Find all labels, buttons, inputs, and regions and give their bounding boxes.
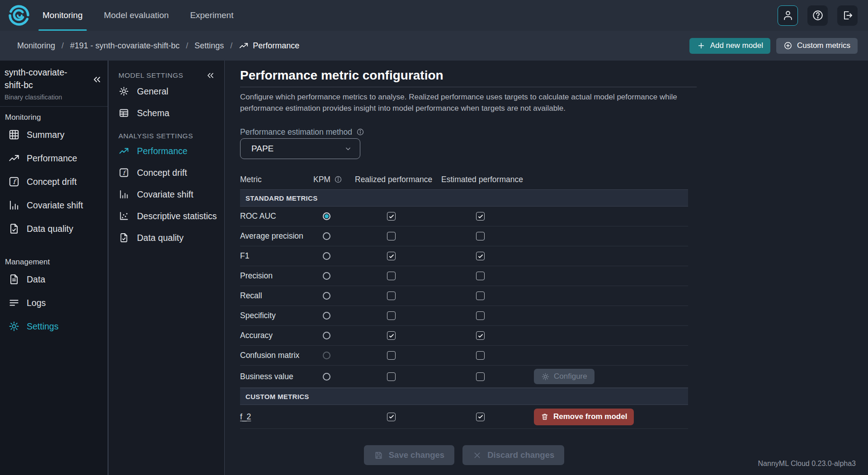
remove-from-model-button[interactable]: Remove from model [534, 409, 634, 425]
breadcrumb-item-settings[interactable]: Settings [194, 41, 224, 51]
realized-checkbox[interactable] [387, 372, 396, 381]
tab-monitoring[interactable]: Monitoring [42, 0, 83, 31]
metric-row-precision: Precision [240, 266, 688, 286]
metric-name: ROC AUC [240, 212, 276, 221]
tab-experiment[interactable]: Experiment [190, 0, 233, 31]
realized-checkbox[interactable] [387, 292, 396, 300]
metric-name: Precision [240, 271, 273, 281]
section-header-custom-metrics: CUSTOM METRICS [240, 388, 688, 405]
sidebar-item-logs[interactable]: Logs [0, 291, 108, 315]
realized-checkbox[interactable] [387, 252, 396, 260]
metric-row-f1: F1 [240, 246, 688, 266]
settings-item-covariate-shift[interactable]: Covariate shift [108, 183, 224, 205]
estimated-checkbox[interactable] [476, 351, 485, 360]
svg-text:f: f [123, 169, 127, 176]
check-icon [388, 333, 395, 339]
metric-name: Accuracy [240, 331, 273, 340]
metric-name[interactable]: f_2 [240, 412, 251, 422]
sidebar-item-data-quality[interactable]: Data quality [0, 217, 108, 240]
summary-icon [8, 129, 20, 141]
settings-sidebar: MODEL SETTINGSGeneralSchemaANALYSIS SETT… [108, 61, 225, 475]
doc-check-icon [8, 223, 20, 235]
gear-icon [118, 86, 129, 97]
sidebar-item-summary[interactable]: Summary [0, 123, 108, 146]
kpm-radio[interactable] [323, 312, 330, 320]
discard-changes-button[interactable]: Discard changes [462, 445, 564, 465]
model-block: synth-covariate-shift-bc Binary classifi… [0, 61, 108, 107]
chevrons-left-icon [91, 74, 102, 85]
info-icon[interactable] [334, 175, 342, 183]
sidebar-item-concept-drift[interactable]: fConcept drift [0, 170, 108, 193]
kpm-radio[interactable] [323, 212, 330, 220]
breadcrumb-item-191-synth-covariate-shift-bc[interactable]: #191 - synth-covariate-shift-bc [70, 41, 179, 51]
nannyml-logo-icon[interactable] [7, 4, 31, 27]
configure-button[interactable]: Configure [534, 369, 594, 384]
custom-metrics-button[interactable]: Custom metrics [776, 38, 858, 54]
kpm-radio[interactable] [323, 272, 330, 280]
settings-item-data-quality[interactable]: Data quality [108, 227, 224, 249]
page-title: Performance metric configuration [240, 69, 868, 82]
settings-item-concept-drift[interactable]: fConcept drift [108, 162, 224, 183]
kpm-radio[interactable] [323, 332, 330, 339]
realized-checkbox[interactable] [387, 272, 396, 280]
bars-icon [118, 189, 129, 200]
logout-button[interactable] [837, 5, 858, 26]
model-sidebar-nav: MonitoringSummaryPerformancefConcept dri… [0, 113, 108, 338]
estimated-checkbox[interactable] [476, 232, 485, 240]
estimated-checkbox[interactable] [476, 413, 485, 421]
topbar-actions [778, 5, 858, 26]
estimated-checkbox[interactable] [476, 311, 485, 320]
metric-name: Recall [240, 291, 262, 301]
column-header-kpm: KPM [313, 175, 355, 184]
help-button[interactable] [807, 5, 828, 26]
kpm-radio[interactable] [323, 232, 330, 240]
settings-item-general[interactable]: General [108, 80, 224, 102]
kpm-radio[interactable] [323, 252, 330, 260]
sidebar-item-covariate-shift[interactable]: Covariate shift [0, 193, 108, 217]
estimated-checkbox[interactable] [476, 272, 485, 280]
estimation-method-select[interactable]: PAPE [240, 138, 360, 159]
trend-icon [8, 152, 20, 164]
kpm-radio[interactable] [323, 373, 330, 381]
trash-icon [541, 413, 549, 421]
trend-icon [118, 146, 129, 156]
function-icon: f [8, 176, 20, 188]
add-new-model-button[interactable]: Add new model [689, 38, 770, 54]
profile-button[interactable] [778, 5, 798, 26]
breadcrumb-item-performance[interactable]: Performance [239, 41, 299, 51]
check-icon [388, 414, 395, 420]
settings-item-descriptive-statistics[interactable]: Descriptive statistics [108, 205, 224, 227]
footer-actions: Save changes Discard changes [240, 445, 688, 465]
collapse-sidebar-button[interactable] [91, 74, 102, 85]
sidebar-item-data[interactable]: Data [0, 268, 108, 291]
doc-check-icon [118, 232, 129, 243]
scatter-icon [118, 211, 129, 221]
tab-model-evaluation[interactable]: Model evaluation [104, 0, 169, 31]
metric-name: F1 [240, 251, 249, 261]
settings-item-schema[interactable]: Schema [108, 102, 224, 124]
estimated-checkbox[interactable] [476, 292, 485, 300]
save-changes-button[interactable]: Save changes [364, 445, 454, 465]
estimated-checkbox[interactable] [476, 212, 485, 221]
realized-checkbox[interactable] [387, 413, 396, 421]
sidebar-item-performance[interactable]: Performance [0, 146, 108, 170]
breadcrumb-item-monitoring[interactable]: Monitoring [17, 41, 55, 51]
estimation-method-value: PAPE [251, 144, 274, 154]
realized-checkbox[interactable] [387, 232, 396, 240]
chevrons-left-icon[interactable] [205, 71, 215, 80]
estimated-checkbox[interactable] [476, 252, 485, 260]
sidebar-item-settings[interactable]: Settings [0, 315, 108, 338]
estimated-checkbox[interactable] [476, 372, 485, 381]
settings-item-performance[interactable]: Performance [108, 140, 224, 162]
realized-checkbox[interactable] [387, 311, 396, 320]
estimated-checkbox[interactable] [476, 331, 485, 340]
realized-checkbox[interactable] [387, 351, 396, 360]
realized-checkbox[interactable] [387, 331, 396, 340]
metric-name: Business value [240, 372, 293, 381]
kpm-radio[interactable] [323, 292, 330, 300]
realized-checkbox[interactable] [387, 212, 396, 221]
x-icon [472, 451, 482, 460]
breadcrumb-bar: Monitoring/#191 - synth-covariate-shift-… [0, 31, 868, 61]
info-icon[interactable] [356, 128, 364, 136]
estimation-method-row: Performance estimation method [240, 127, 868, 136]
